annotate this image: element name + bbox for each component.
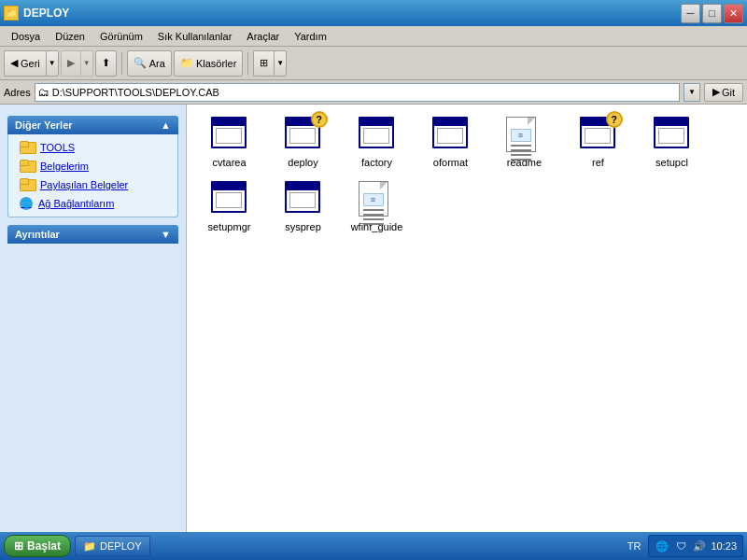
file-item-ref[interactable]: ?ref xyxy=(563,112,633,173)
start-label: Başlat xyxy=(27,539,61,553)
file-item-wfinf_guide[interactable]: ≡wfinf_guide xyxy=(342,176,412,237)
separator-1 xyxy=(121,52,122,75)
details-section: Ayrıntılar ▼ xyxy=(7,225,178,244)
volume-tray-icon[interactable]: 🔊 xyxy=(692,539,707,553)
file-grid: cvtarea?deployfactoryoformat≡readme?refs… xyxy=(194,112,740,237)
file-item-oformat[interactable]: oformat xyxy=(416,112,486,173)
file-icon-deploy: ? xyxy=(285,117,322,154)
forward-dropdown[interactable]: ▼ xyxy=(80,50,93,77)
file-label-oformat: oformat xyxy=(433,157,468,168)
menu-gorunum[interactable]: Görünüm xyxy=(92,29,150,44)
file-label-setupmgr: setupmgr xyxy=(208,221,251,232)
file-item-factory[interactable]: factory xyxy=(342,112,412,173)
system-tray: 🌐 🛡 🔊 10:23 xyxy=(648,535,743,557)
system-clock: 10:23 xyxy=(711,540,737,552)
collapse-icon: ▲ xyxy=(161,119,171,131)
file-icon-setupmgr xyxy=(211,181,248,218)
close-button[interactable]: ✕ xyxy=(724,4,743,23)
file-label-cvtarea: cvtarea xyxy=(212,157,246,168)
address-input[interactable] xyxy=(52,87,676,98)
view-btn-group: ⊞ ▼ xyxy=(253,50,287,77)
folders-button[interactable]: 📁 Klasörler xyxy=(174,50,243,77)
menu-sik[interactable]: Sık Kullanılanlar xyxy=(150,29,240,44)
other-places-section: Diğer Yerler ▲ TOOLS Belgelerim Paylaşıl… xyxy=(7,116,178,217)
search-label: Ara xyxy=(149,58,165,69)
toolbar: ◀ Geri ▼ ▶ ▼ ⬆ 🔍 Ara 📁 Klasörler ⊞ ▼ xyxy=(0,47,747,80)
nav-belgelerim[interactable]: Belgelerim xyxy=(8,157,177,175)
maximize-button[interactable]: □ xyxy=(702,4,722,23)
menu-araclar[interactable]: Araçlar xyxy=(239,29,287,44)
main-area: Diğer Yerler ▲ TOOLS Belgelerim Paylaşıl… xyxy=(0,105,747,532)
title-bar: 📁 DEPLOY ─ □ ✕ xyxy=(0,0,747,26)
window-icon-shape xyxy=(211,117,247,148)
window-icon-shape xyxy=(654,117,689,148)
doc-icon-shape: ≡ xyxy=(359,181,388,217)
network-tray-icon[interactable]: 🌐 xyxy=(655,539,669,553)
file-item-readme[interactable]: ≡readme xyxy=(489,112,559,173)
go-button[interactable]: ▶ Git xyxy=(704,83,743,102)
other-places-header[interactable]: Diğer Yerler ▲ xyxy=(7,116,178,134)
start-button[interactable]: ⊞ Başlat xyxy=(4,535,71,557)
left-panel: Diğer Yerler ▲ TOOLS Belgelerim Paylaşıl… xyxy=(0,105,187,532)
file-item-deploy[interactable]: ?deploy xyxy=(268,112,338,173)
nav-agbaglantilari[interactable]: 🌐 Ağ Bağlantılarım xyxy=(8,194,177,213)
view-button[interactable]: ⊞ xyxy=(253,50,274,77)
window-icon-shape xyxy=(432,117,468,148)
details-collapse-icon: ▼ xyxy=(161,229,171,240)
address-dropdown[interactable]: ▼ xyxy=(684,83,700,102)
minimize-button[interactable]: ─ xyxy=(681,4,700,23)
address-input-wrap: 🗂 xyxy=(35,83,680,102)
file-icon-wfinf_guide: ≡ xyxy=(359,181,396,218)
separator-2 xyxy=(247,52,248,75)
tools-label: TOOLS xyxy=(40,142,75,153)
file-icon-sysprep xyxy=(285,181,322,218)
go-label: Git xyxy=(722,87,735,98)
menu-duzen[interactable]: Düzen xyxy=(48,29,92,44)
forward-button[interactable]: ▶ xyxy=(61,50,80,77)
taskbar-deploy[interactable]: 📁 DEPLOY xyxy=(75,536,150,556)
back-button[interactable]: ◀ Geri xyxy=(4,50,46,77)
file-icon-ref: ? xyxy=(580,117,617,154)
file-item-sysprep[interactable]: sysprep xyxy=(268,176,338,237)
menu-yardim[interactable]: Yardım xyxy=(287,29,334,44)
file-label-ref: ref xyxy=(592,157,604,168)
network-icon: 🌐 xyxy=(20,197,33,210)
address-folder-icon: 🗂 xyxy=(38,86,49,99)
view-dropdown[interactable]: ▼ xyxy=(274,50,287,77)
forward-btn-group: ▶ ▼ xyxy=(61,50,93,77)
file-icon-factory xyxy=(359,117,396,154)
taskbar-item-label: DEPLOY xyxy=(100,540,142,552)
up-button[interactable]: ⬆ xyxy=(95,50,117,77)
file-item-setupcl[interactable]: setupcl xyxy=(637,112,707,173)
file-item-setupmgr[interactable]: setupmgr xyxy=(194,176,264,237)
windows-logo: ⊞ xyxy=(14,539,23,553)
window-icon-shape xyxy=(285,181,320,213)
back-label: Geri xyxy=(21,58,40,69)
paylasilan-label: Paylaşılan Belgeler xyxy=(40,179,128,190)
folder-icon-tools xyxy=(20,141,35,154)
agbaglantilari-label: Ağ Bağlantılarım xyxy=(38,198,114,209)
folders-icon: 📁 xyxy=(180,57,193,69)
menu-bar: Dosya Düzen Görünüm Sık Kullanılanlar Ar… xyxy=(0,26,747,47)
other-places-label: Diğer Yerler xyxy=(15,119,73,131)
file-item-cvtarea[interactable]: cvtarea xyxy=(194,112,264,173)
menu-dosya[interactable]: Dosya xyxy=(4,29,48,44)
file-icon-oformat xyxy=(432,117,470,154)
search-button[interactable]: 🔍 Ara xyxy=(127,50,172,77)
window-icon-shape xyxy=(211,181,247,213)
back-dropdown[interactable]: ▼ xyxy=(46,50,59,77)
belgelerim-label: Belgelerim xyxy=(40,161,89,172)
window-title: DEPLOY xyxy=(23,7,69,20)
other-places-content: TOOLS Belgelerim Paylaşılan Belgeler 🌐 A… xyxy=(7,134,178,217)
file-area: cvtarea?deployfactoryoformat≡readme?refs… xyxy=(187,105,747,532)
nav-paylaşılan[interactable]: Paylaşılan Belgeler xyxy=(8,175,177,194)
security-tray-icon[interactable]: 🛡 xyxy=(673,539,688,553)
folders-label: Klasörler xyxy=(196,58,236,69)
address-label: Adres xyxy=(4,87,31,98)
nav-tools[interactable]: TOOLS xyxy=(8,138,177,157)
details-header[interactable]: Ayrıntılar ▼ xyxy=(7,225,178,244)
folder-icon-paylasilan xyxy=(20,178,35,191)
forward-arrow-icon: ▶ xyxy=(67,57,75,69)
view-icon: ⊞ xyxy=(260,57,268,69)
file-label-setupcl: setupcl xyxy=(655,157,688,168)
